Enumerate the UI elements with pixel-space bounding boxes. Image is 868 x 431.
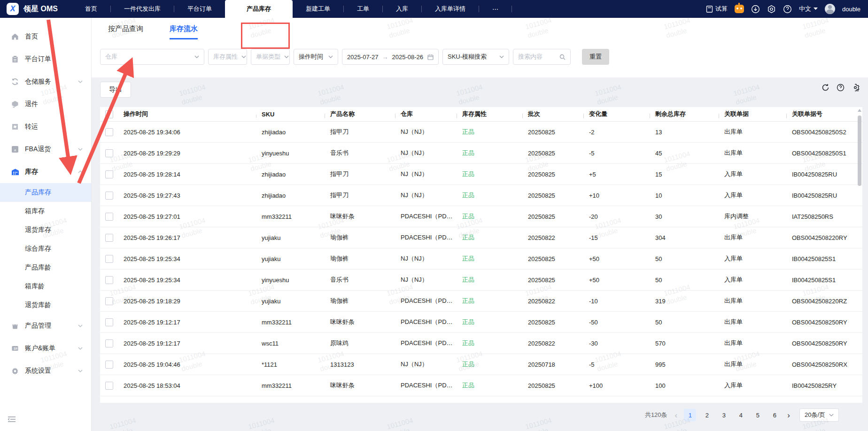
nav-tab-platform-orders[interactable]: 平台订单 [174, 0, 225, 18]
column-settings-icon[interactable] [852, 84, 860, 92]
row-checkbox[interactable] [105, 213, 113, 221]
row-checkbox[interactable] [105, 297, 113, 305]
page-number-2[interactable]: 2 [701, 409, 713, 421]
sidebar-item-product-inventory[interactable]: 产品库存 [0, 183, 91, 202]
row-checkbox[interactable] [105, 403, 113, 403]
sidebar-item-product-management[interactable]: 产品管理 [0, 315, 91, 337]
scrollbar-thumb[interactable] [858, 115, 861, 186]
refresh-icon[interactable] [822, 84, 829, 92]
table-scrollbar[interactable] [858, 109, 861, 401]
cell-batch: 20250822 [522, 298, 583, 305]
help-icon[interactable] [783, 5, 792, 14]
sidebar-item-product-age[interactable]: 产品库龄 [0, 258, 91, 277]
cell-op-time: 2025-08-25 18:53:04 [118, 382, 256, 389]
content-tabs: 按产品查询 库存流水 [108, 24, 198, 39]
svg-text:$: $ [14, 347, 16, 350]
prev-page-button[interactable]: ‹ [673, 411, 680, 419]
sidebar-item-inventory[interactable]: 库存 [0, 161, 91, 183]
sidebar-item-label: 转运 [25, 123, 38, 131]
settings-icon[interactable] [767, 5, 776, 14]
avatar[interactable] [825, 4, 835, 14]
sidebar-item-box-age[interactable]: 箱库龄 [0, 277, 91, 296]
scrollbar-up-arrow[interactable] [858, 109, 861, 112]
sidebar-item-platform-orders[interactable]: 平台订单 [0, 48, 91, 70]
cell-related-doc-no: IB004250825RY [786, 382, 862, 389]
sidebar-item-transfer[interactable]: 转运 [0, 115, 91, 138]
sidebar-item-combined-inventory[interactable]: 综合库存 [0, 239, 91, 258]
reset-button[interactable]: 重置 [582, 49, 609, 65]
sidebar-item-box-inventory[interactable]: 箱库存 [0, 202, 91, 221]
chevron-down-icon [325, 55, 333, 58]
chevron-down-icon [814, 8, 818, 10]
nav-tab-dropship-outbound[interactable]: 一件代发出库 [111, 0, 174, 18]
date-range-picker[interactable]: 2025-07-27 → 2025-08-26 [342, 49, 439, 65]
tab-inventory-flow[interactable]: 库存流水 [170, 24, 198, 39]
row-checkbox[interactable] [105, 149, 113, 157]
export-button[interactable]: 导出 [100, 82, 131, 98]
op-time-select[interactable]: 操作时间 [294, 49, 338, 65]
next-page-button[interactable]: › [785, 411, 792, 419]
cell-sku: zhijiadao [256, 192, 325, 199]
cell-stock-attr: 正品 [457, 170, 522, 178]
row-checkbox[interactable] [105, 382, 113, 390]
cell-warehouse: PDACESHI（PDAC… [395, 318, 457, 326]
cell-product-name: 指甲刀 [325, 191, 395, 200]
nav-tab-ticket[interactable]: 工单 [344, 0, 382, 18]
sidebar-item-returns[interactable]: 退件 [0, 93, 91, 115]
cell-remaining: 15 [650, 171, 719, 178]
menu-fold-icon[interactable] [8, 416, 16, 424]
trial-calc-button[interactable]: 试算 [706, 5, 728, 13]
row-checkbox[interactable] [105, 339, 113, 347]
nav-tab-product-inventory[interactable]: 产品库存 [225, 0, 293, 18]
nav-tab-home[interactable]: 首页 [72, 0, 110, 18]
cell-sku: zhijiadao [256, 129, 325, 136]
page-number-6[interactable]: 6 [768, 409, 781, 421]
doc-type-select[interactable]: 单据类型 [251, 49, 290, 65]
row-checkbox[interactable] [105, 276, 113, 284]
nav-tab-new-ticket[interactable]: 新建工单 [293, 0, 343, 18]
language-selector[interactable]: 中文 [799, 5, 818, 13]
stock-attr-select[interactable]: 库存属性 [208, 49, 247, 65]
page-number-5[interactable]: 5 [752, 409, 764, 421]
row-checkbox[interactable] [105, 361, 113, 369]
cell-stock-attr: 正品 [457, 360, 522, 369]
nav-more-button[interactable]: ⋯ [479, 0, 512, 18]
select-all-checkbox[interactable] [105, 110, 113, 118]
cell-stock-attr: 正品 [457, 381, 522, 390]
nav-tab-inbound[interactable]: 入库 [383, 0, 421, 18]
cell-change: +10 [583, 192, 650, 199]
col-header-change: 变化量 [583, 110, 650, 118]
download-icon[interactable] [751, 5, 760, 14]
search-input[interactable]: 搜索内容 [513, 49, 571, 65]
sidebar-item-warehouse-service[interactable]: 仓储服务 [0, 70, 91, 93]
row-checkbox[interactable] [105, 318, 113, 326]
sidebar-item-account-billing[interactable]: $ 账户&账单 [0, 337, 91, 360]
sidebar-item-home[interactable]: 首页 [0, 25, 91, 48]
row-checkbox[interactable] [105, 192, 113, 200]
warehouse-select[interactable]: 仓库 [100, 49, 204, 65]
page-number-4[interactable]: 4 [735, 409, 747, 421]
cell-remaining: 100 [650, 382, 719, 389]
sku-search-mode-select[interactable]: SKU-模糊搜索 [442, 49, 509, 65]
sidebar-item-return-inventory[interactable]: 退货库存 [0, 221, 91, 239]
sidebar-item-system-settings[interactable]: 系统设置 [0, 360, 91, 382]
chevron-down-icon [78, 369, 83, 372]
row-checkbox[interactable] [105, 170, 113, 178]
row-checkbox[interactable] [105, 234, 113, 242]
page-size-select[interactable]: 20条/页 [799, 408, 839, 422]
transfer-icon [11, 123, 19, 131]
sidebar-item-fba-returns[interactable]: a FBA退货 [0, 138, 91, 161]
page-numbers: 123456 [684, 409, 781, 421]
tab-query-by-product[interactable]: 按产品查询 [108, 24, 143, 39]
sidebar-item-label: 综合库存 [25, 245, 51, 253]
row-checkbox[interactable] [105, 128, 113, 136]
nav-tab-inbound-detail[interactable]: 入库单详情 [422, 0, 479, 18]
row-checkbox[interactable] [105, 255, 113, 263]
assistant-robot-icon[interactable] [735, 5, 744, 13]
page-number-3[interactable]: 3 [718, 409, 730, 421]
help-circle-icon[interactable] [837, 84, 845, 92]
sidebar-item-return-age[interactable]: 退货库龄 [0, 296, 91, 315]
page-number-1[interactable]: 1 [684, 409, 696, 421]
warehouse-service-icon [11, 78, 19, 86]
cell-warehouse: PDACESHI（PDAC… [395, 212, 457, 221]
